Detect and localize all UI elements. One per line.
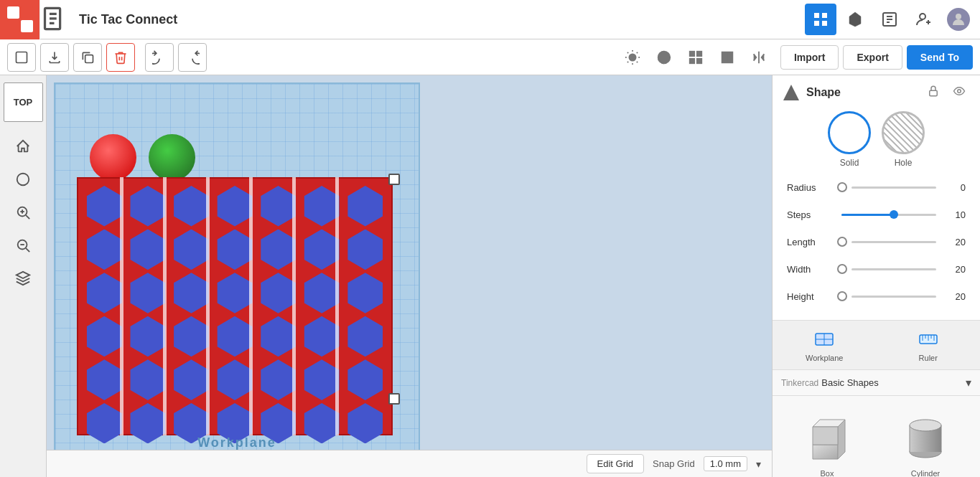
svg-line-26	[627, 52, 628, 52]
right-panel: Shape Solid Hole	[772, 75, 980, 477]
hole	[84, 273, 125, 313]
new-button[interactable]	[7, 43, 36, 72]
cylinder-gray-label: Cylinder	[911, 469, 940, 477]
library-subcategory-label: Basic Shapes	[821, 377, 879, 388]
shape-item-box-gray[interactable]: Box	[780, 403, 874, 477]
resize-handle-top-right[interactable]	[388, 174, 400, 185]
import-button[interactable]	[40, 43, 69, 72]
code-button[interactable]	[874, 4, 905, 35]
edit-grid-button[interactable]: Edit Grid	[587, 454, 645, 473]
lock-icon-btn[interactable]	[923, 82, 943, 103]
steps-label: Steps	[787, 209, 837, 220]
height-circle-handle[interactable]	[837, 291, 847, 301]
light-icon-btn[interactable]	[618, 43, 647, 72]
resize-handle-bottom-right[interactable]	[388, 393, 400, 405]
svg-rect-8	[814, 13, 819, 18]
hole	[171, 359, 212, 400]
width-slider-track[interactable]	[851, 268, 936, 270]
add-user-button[interactable]	[908, 4, 940, 35]
zoom-out-tool[interactable]	[9, 231, 37, 260]
length-slider-track[interactable]	[851, 241, 936, 243]
snap-grid-label: Snap Grid	[653, 458, 695, 469]
svg-rect-10	[814, 21, 819, 26]
game-board[interactable]	[77, 177, 393, 435]
svg-rect-3	[21, 20, 33, 32]
hole-option[interactable]: Hole	[882, 111, 925, 168]
svg-line-41	[26, 215, 29, 219]
shapes-library-header: Tinkercad Basic Shapes ▾	[773, 370, 980, 396]
snap-btn[interactable]	[713, 43, 742, 72]
hole	[345, 273, 386, 313]
delete-button[interactable]	[106, 43, 135, 72]
import-btn[interactable]: Import	[780, 45, 839, 70]
solid-option[interactable]: Solid	[828, 111, 871, 168]
hole	[128, 230, 169, 270]
box-gray-label: Box	[821, 469, 834, 477]
length-label: Length	[787, 237, 837, 247]
shape-view-btn[interactable]	[650, 43, 678, 72]
grid-view-button[interactable]	[805, 4, 836, 35]
svg-rect-34	[697, 51, 701, 55]
hole	[302, 273, 342, 313]
svg-point-49	[958, 90, 961, 93]
hole	[215, 403, 256, 444]
radius-row: Radius 0	[787, 176, 966, 198]
visibility-icon-btn[interactable]	[949, 82, 969, 103]
mirror-btn[interactable]	[745, 43, 773, 72]
build-button[interactable]	[839, 4, 871, 35]
radius-value: 0	[941, 182, 966, 193]
svg-point-17	[920, 14, 925, 19]
layers-tool[interactable]	[9, 264, 37, 293]
profile-button[interactable]	[943, 4, 974, 35]
hole	[171, 230, 212, 270]
tools-row: Workplane Ruler	[773, 321, 980, 370]
viewport-label: TOP	[4, 82, 43, 122]
export-btn[interactable]: Export	[843, 45, 902, 70]
snap-dropdown-icon[interactable]: ▾	[756, 458, 761, 470]
radius-circle-handle[interactable]	[837, 182, 847, 192]
grid-view-btn[interactable]	[681, 43, 710, 72]
shape-collapse-button[interactable]	[783, 85, 799, 100]
shape-panel: Shape Solid Hole	[773, 75, 980, 321]
shape-properties: Radius 0 Steps	[783, 176, 969, 307]
svg-rect-9	[822, 13, 827, 18]
tinkercad-logo	[0, 0, 39, 39]
snap-grid-value[interactable]: 1.0 mm	[704, 456, 747, 471]
ruler-tool-button[interactable]: Ruler	[877, 321, 981, 369]
library-dropdown-icon[interactable]: ▾	[966, 376, 971, 389]
radius-slider-track[interactable]	[851, 186, 936, 189]
svg-marker-59	[813, 445, 838, 459]
copy-button[interactable]	[73, 43, 102, 72]
green-token[interactable]	[149, 134, 195, 181]
hole	[302, 359, 342, 400]
zoom-in-tool[interactable]	[9, 198, 37, 227]
workplane-tool-button[interactable]: Workplane	[773, 321, 877, 369]
steps-slider-track[interactable]	[841, 214, 936, 216]
hole-circle	[882, 111, 925, 154]
shape-item-cylinder-gray[interactable]: Cylinder	[878, 403, 973, 477]
shape-panel-header: Shape	[783, 82, 969, 103]
hole	[128, 273, 169, 313]
redo-button[interactable]	[178, 43, 207, 72]
hole	[345, 316, 386, 357]
radius-label: Radius	[787, 182, 837, 193]
left-sidebar: TOP	[0, 75, 47, 477]
workplane-container: Workplane	[54, 82, 420, 463]
undo-button[interactable]	[145, 43, 174, 72]
canvas-area[interactable]: Workplane Edit Grid Snap Grid 1.0 mm ▾	[47, 75, 772, 477]
document-icon[interactable]	[39, 0, 68, 39]
svg-rect-35	[690, 58, 694, 62]
home-tool[interactable]	[9, 132, 37, 161]
library-category-selector[interactable]: Basic Shapes	[821, 377, 893, 388]
hole	[215, 230, 256, 270]
width-circle-handle[interactable]	[837, 264, 847, 274]
hole	[215, 186, 256, 227]
length-circle-handle[interactable]	[837, 237, 847, 247]
hole	[302, 230, 342, 270]
select-tool[interactable]	[9, 165, 37, 194]
shapes-library[interactable]: Tinkercad Basic Shapes ▾	[773, 370, 980, 477]
steps-slider-thumb[interactable]	[890, 210, 898, 219]
send-to-btn[interactable]: Send To	[907, 45, 973, 70]
red-token[interactable]	[90, 134, 136, 181]
height-slider-track[interactable]	[851, 296, 936, 298]
